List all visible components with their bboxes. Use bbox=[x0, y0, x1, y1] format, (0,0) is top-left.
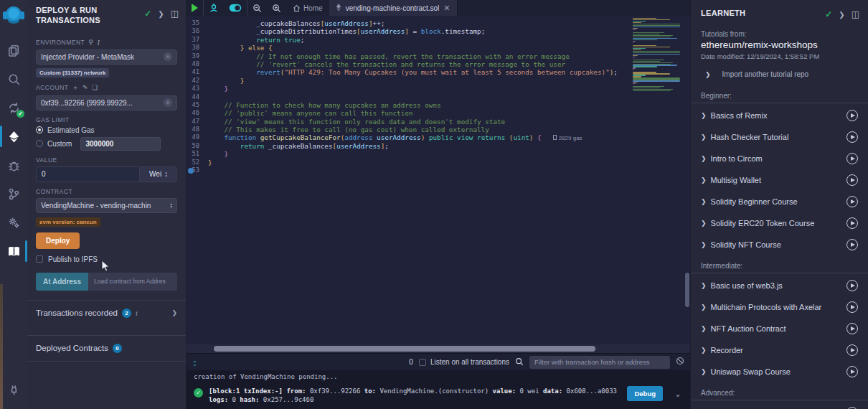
panel-layout-icon[interactable]: ◫ bbox=[852, 9, 859, 19]
git-icon[interactable] bbox=[0, 179, 27, 208]
sign-message-icon[interactable]: ✎ bbox=[82, 84, 88, 91]
tutorial-item-all-about-proxy-contracts[interactable]: ❯All about Proxy Contracts bbox=[691, 402, 868, 409]
solidity-compiler-icon[interactable]: ✓ bbox=[0, 93, 27, 122]
remix-logo[interactable] bbox=[3, 4, 24, 26]
close-tab-icon[interactable]: ✕ bbox=[443, 4, 450, 13]
play-tutorial-button[interactable] bbox=[846, 217, 858, 229]
tutorial-item-nft-auction-contract[interactable]: ❯NFT Auction Contract bbox=[691, 318, 868, 339]
terminal-filter-input[interactable]: Filter with transaction hash or address bbox=[529, 356, 670, 369]
at-address-input[interactable]: Load contract from Addres bbox=[88, 273, 177, 291]
tutorial-item-basics-of-remix[interactable]: ❯Basics of Remix bbox=[691, 105, 868, 126]
tutorial-item-hash-checker-tutorial[interactable]: ❯Hash Checker Tutorial bbox=[691, 126, 868, 148]
zoom-in-icon[interactable] bbox=[267, 0, 286, 16]
value-unit-select[interactable]: Wei ▴▾ bbox=[140, 166, 177, 182]
editor-horizontal-scrollbar[interactable] bbox=[187, 344, 690, 353]
panel-collapse-icon[interactable]: ❯ bbox=[158, 10, 164, 18]
info-icon[interactable]: i bbox=[97, 39, 100, 47]
learneth-icon[interactable] bbox=[0, 237, 27, 265]
editor-vertical-scrollbar[interactable] bbox=[685, 273, 689, 307]
listen-all-checkbox[interactable] bbox=[419, 359, 426, 366]
publish-ipfs-checkbox[interactable] bbox=[36, 255, 43, 263]
tutorial-item-multisig-wallet[interactable]: ❯Multisig Wallet bbox=[691, 169, 868, 191]
clear-console-icon[interactable] bbox=[676, 357, 684, 367]
line-number[interactable]: 46 bbox=[187, 109, 208, 117]
ai-toggle-icon[interactable] bbox=[224, 0, 247, 16]
zoom-out-icon[interactable] bbox=[247, 0, 267, 16]
tutorial-item-multichain-protocols-with-axelar[interactable]: ❯Multichain Protocols with Axelar bbox=[691, 296, 868, 318]
plugin-manager-icon[interactable] bbox=[0, 376, 27, 405]
tutorial-item-intro-to-circom[interactable]: ❯Intro to Circom bbox=[691, 148, 868, 169]
line-number[interactable]: 50 bbox=[187, 142, 208, 150]
custom-gas-input[interactable]: 3000000 bbox=[80, 137, 161, 151]
debugger-icon[interactable] bbox=[0, 151, 27, 179]
file-explorer-icon[interactable] bbox=[0, 36, 27, 65]
estimated-gas-radio[interactable] bbox=[36, 126, 43, 133]
play-tutorial-button[interactable] bbox=[846, 301, 858, 313]
plug-icon[interactable]: ⚲ bbox=[88, 39, 93, 46]
chevron-right-icon[interactable]: ❯ bbox=[171, 309, 177, 316]
line-number[interactable]: 47 bbox=[187, 118, 208, 126]
settings-icon[interactable] bbox=[0, 208, 27, 237]
panel-layout-icon[interactable]: ◫ bbox=[171, 9, 179, 19]
code-editor[interactable]: 35 _cupcakeBalances[userAddress]++;36 _c… bbox=[187, 16, 690, 344]
tutorial-item-solidity-erc20-token-course[interactable]: ❯Solidity ERC20 Token Course bbox=[691, 212, 868, 234]
tutorial-item-uniswap-swap-course[interactable]: ❯Uniswap Swap Course bbox=[691, 361, 868, 382]
line-number[interactable]: 43 bbox=[187, 85, 208, 93]
line-number[interactable]: 41 bbox=[187, 68, 208, 76]
estimated-gas-option[interactable]: Estimated Gas bbox=[36, 126, 177, 134]
play-tutorial-button[interactable] bbox=[846, 110, 858, 121]
publish-ipfs-option[interactable]: Publish to IPFS bbox=[36, 255, 177, 263]
expand-terminal-icon[interactable]: ⌄⌄ bbox=[192, 359, 197, 366]
tab-vending-machine-contract[interactable]: vending-machine-contract.sol ✕ bbox=[329, 0, 458, 16]
custom-gas-radio[interactable] bbox=[36, 140, 43, 147]
expand-tx-icon[interactable]: ⌄ bbox=[676, 390, 680, 398]
play-tutorial-button[interactable] bbox=[846, 196, 858, 207]
line-number[interactable]: 45 bbox=[187, 101, 208, 109]
debug-button[interactable]: Debug bbox=[627, 386, 663, 401]
play-tutorial-button[interactable] bbox=[846, 239, 858, 250]
panel-collapse-icon[interactable]: ❯ bbox=[839, 11, 844, 19]
line-number[interactable]: 52 bbox=[187, 159, 208, 166]
custom-gas-option[interactable]: Custom 3000000 bbox=[36, 137, 177, 151]
deploy-button[interactable]: Deploy bbox=[36, 232, 80, 249]
copy-account-icon[interactable]: ❏ bbox=[92, 84, 98, 91]
transactions-recorded-section[interactable]: Transactions recorded 2 i ❯ bbox=[27, 300, 186, 326]
minimap[interactable] bbox=[633, 18, 681, 92]
tutorial-item-solidity-beginner-course[interactable]: ❯Solidity Beginner Course bbox=[691, 191, 868, 212]
tutorial-item-recorder[interactable]: ❯Recorder bbox=[691, 339, 868, 361]
play-tutorial-button[interactable] bbox=[846, 174, 858, 186]
line-number[interactable]: 40 bbox=[187, 60, 208, 68]
listen-all-option[interactable]: Listen on all transactions bbox=[419, 358, 509, 366]
line-number[interactable]: 51 bbox=[187, 150, 208, 158]
transaction-log-row[interactable]: ✓ [block:1 txIndex:-] from: 0xf39...9226… bbox=[194, 387, 690, 404]
tutorial-item-solidity-nft-course[interactable]: ❯Solidity NFT Course bbox=[691, 234, 868, 255]
line-number[interactable]: 49 bbox=[187, 133, 208, 141]
play-tutorial-button[interactable] bbox=[846, 131, 858, 143]
run-script-icon[interactable] bbox=[187, 0, 203, 16]
line-number[interactable]: 37 bbox=[187, 36, 208, 44]
line-number[interactable]: 44 bbox=[187, 93, 208, 101]
account-select[interactable]: 0xf39...92266 (9999.99929... bbox=[36, 95, 177, 111]
tutorial-item-basic-use-of-web3-js[interactable]: ❯Basic use of web3.js bbox=[691, 275, 868, 296]
search-icon[interactable] bbox=[0, 65, 27, 93]
contract-select[interactable]: VendingMachine - vending-machin ▴▾ bbox=[36, 198, 177, 213]
terminal-log-area[interactable]: creation of VendingMachine pending... ✓ … bbox=[187, 370, 690, 409]
line-number[interactable]: 42 bbox=[187, 77, 208, 85]
home-tab[interactable]: Home bbox=[286, 0, 329, 16]
deploy-run-icon[interactable] bbox=[0, 122, 27, 151]
play-tutorial-button[interactable] bbox=[846, 323, 858, 334]
deployed-contracts-section[interactable]: Deployed Contracts 0 bbox=[27, 335, 186, 362]
line-number[interactable]: 35 bbox=[187, 19, 208, 27]
line-number[interactable]: 48 bbox=[187, 126, 208, 133]
environment-select[interactable]: Injected Provider - MetaMask bbox=[36, 50, 177, 65]
info-icon[interactable]: i bbox=[136, 309, 138, 317]
line-number[interactable]: 36 bbox=[187, 27, 208, 35]
scrollbar-thumb[interactable] bbox=[214, 346, 595, 352]
import-tutorial-repo[interactable]: ❯ Import another tutorial repo bbox=[691, 62, 868, 85]
play-tutorial-button[interactable] bbox=[846, 280, 858, 291]
value-input[interactable]: 0 bbox=[36, 166, 140, 182]
remix-ai-icon[interactable] bbox=[204, 0, 224, 16]
line-number[interactable]: 38 bbox=[187, 44, 208, 52]
line-number[interactable]: 39 bbox=[187, 52, 208, 60]
play-tutorial-button[interactable] bbox=[846, 366, 858, 377]
